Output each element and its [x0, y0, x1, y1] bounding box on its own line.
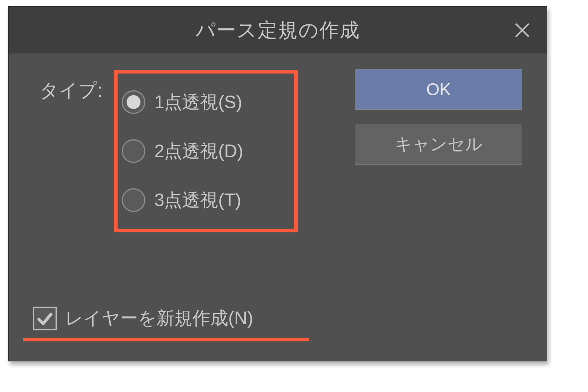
- radio-label: 3点透視(T): [154, 188, 241, 212]
- checkmark-icon: [36, 310, 53, 327]
- perspective-ruler-dialog: パース定規の作成 タイプ: 1点透視(S) 2点透視(D): [8, 6, 547, 361]
- dialog-title: パース定規の作成: [196, 17, 360, 43]
- ok-button[interactable]: OK: [355, 69, 522, 110]
- dialog-titlebar: パース定規の作成: [9, 7, 547, 53]
- radio-3point[interactable]: 3点透視(T): [122, 176, 278, 225]
- ok-button-label: OK: [426, 80, 451, 99]
- perspective-type-radio-group: 1点透視(S) 2点透視(D) 3点透視(T): [114, 70, 298, 232]
- radio-icon: [122, 188, 145, 212]
- radio-label: 2点透視(D): [154, 139, 243, 163]
- checkbox-label: レイヤーを新規作成(N): [65, 306, 253, 330]
- type-label: タイプ:: [29, 70, 102, 103]
- cancel-button-label: キャンセル: [395, 133, 483, 156]
- dialog-content: タイプ: 1点透視(S) 2点透視(D) 3点透視(T) OK: [9, 53, 547, 361]
- close-button[interactable]: [512, 20, 532, 40]
- radio-2point[interactable]: 2点透視(D): [122, 127, 278, 176]
- cancel-button[interactable]: キャンセル: [355, 124, 522, 165]
- radio-icon: [122, 90, 145, 114]
- radio-1point[interactable]: 1点透視(S): [122, 78, 278, 127]
- dialog-buttons: OK キャンセル: [355, 69, 522, 165]
- annotation-underline: [23, 338, 309, 341]
- close-icon: [514, 22, 530, 38]
- checkbox-icon: [33, 307, 57, 330]
- new-layer-checkbox-row[interactable]: レイヤーを新規作成(N): [33, 306, 253, 330]
- radio-label: 1点透視(S): [154, 90, 242, 114]
- radio-icon: [122, 139, 145, 163]
